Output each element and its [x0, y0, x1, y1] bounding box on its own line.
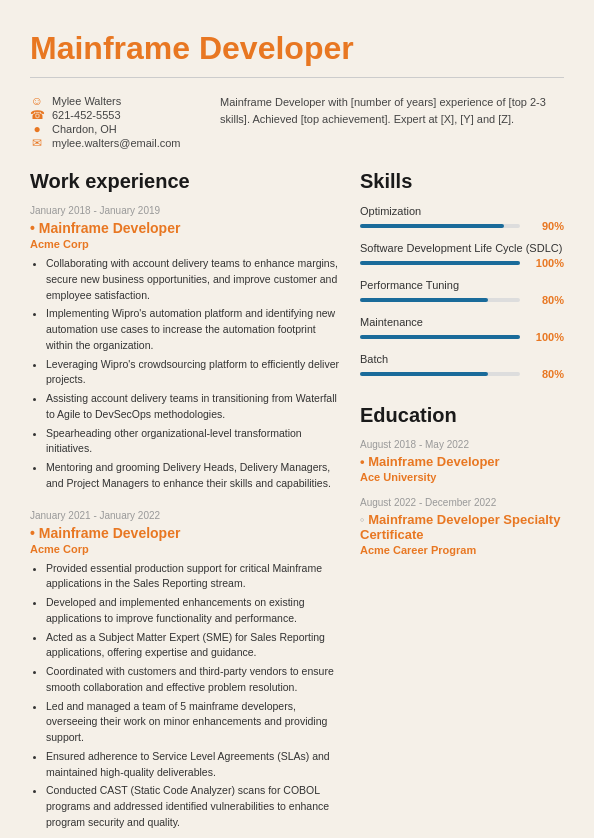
skill-bar-container [360, 298, 520, 302]
job-bullet: Provided essential production support fo… [46, 561, 340, 593]
skill-label: Performance Tuning [360, 279, 564, 291]
job-date: January 2018 - January 2019 [30, 205, 340, 216]
skill-bar-bg [360, 298, 520, 302]
skill-item: Software Development Life Cycle (SDLC)10… [360, 242, 564, 269]
skill-row: 100% [360, 257, 564, 269]
job-entry: January 2021 - January 2022Mainframe Dev… [30, 510, 340, 831]
skill-bar-fill [360, 372, 488, 376]
skill-item: Performance Tuning80% [360, 279, 564, 306]
job-bullet: Led and managed a team of 5 mainframe de… [46, 699, 340, 746]
job-bullet: Spearheading other organizational-level … [46, 426, 340, 458]
skill-bar-fill [360, 335, 520, 339]
skill-bar-bg [360, 335, 520, 339]
email-icon: ✉ [30, 136, 44, 150]
job-bullet: Assisting account delivery teams in tran… [46, 391, 340, 423]
education-section: Education August 2018 - May 2022Mainfram… [360, 404, 564, 556]
education-list: August 2018 - May 2022Mainframe Develope… [360, 439, 564, 556]
job-company: Acme Corp [30, 238, 340, 250]
job-title: Mainframe Developer [30, 525, 340, 541]
main-content: Work experience January 2018 - January 2… [30, 170, 564, 838]
person-icon: ☺ [30, 94, 44, 108]
page-title: Mainframe Developer [30, 30, 564, 67]
skill-bar-container [360, 372, 520, 376]
job-company: Acme Corp [30, 543, 340, 555]
skill-percentage: 90% [528, 220, 564, 232]
skill-bar-bg [360, 261, 520, 265]
skills-title: Skills [360, 170, 564, 193]
education-title-item: Mainframe Developer Specialty Certificat… [360, 512, 564, 542]
job-bullet: Implementing Wipro's automation platform… [46, 306, 340, 353]
job-bullet: Leveraging Wipro's crowdsourcing platfor… [46, 357, 340, 389]
job-date: January 2021 - January 2022 [30, 510, 340, 521]
title-divider [30, 77, 564, 78]
education-entry: August 2018 - May 2022Mainframe Develope… [360, 439, 564, 483]
right-column: Skills Optimization90%Software Developme… [360, 170, 564, 838]
phone-icon: ☎ [30, 108, 44, 122]
job-bullet: Collaborating with account delivery team… [46, 256, 340, 303]
education-date: August 2022 - December 2022 [360, 497, 564, 508]
skill-bar-container [360, 261, 520, 265]
skill-item: Batch80% [360, 353, 564, 380]
education-entry: August 2022 - December 2022Mainframe Dev… [360, 497, 564, 556]
skill-row: 80% [360, 368, 564, 380]
location-icon: ● [30, 122, 44, 136]
skill-label: Maintenance [360, 316, 564, 328]
skill-bar-container [360, 224, 520, 228]
job-bullet: Acted as a Subject Matter Expert (SME) f… [46, 630, 340, 662]
skill-item: Optimization90% [360, 205, 564, 232]
job-bullet: Mentoring and grooming Delivery Heads, D… [46, 460, 340, 492]
skill-label: Batch [360, 353, 564, 365]
skill-bar-fill [360, 298, 488, 302]
education-title-item: Mainframe Developer [360, 454, 564, 469]
skill-label: Software Development Life Cycle (SDLC) [360, 242, 564, 254]
work-experience-title: Work experience [30, 170, 340, 193]
education-institution: Ace University [360, 471, 564, 483]
header-section: ☺ Mylee Walters ☎ 621-452-5553 ● Chardon… [30, 94, 564, 150]
job-title: Mainframe Developer [30, 220, 340, 236]
education-date: August 2018 - May 2022 [360, 439, 564, 450]
job-bullets: Provided essential production support fo… [30, 561, 340, 831]
contact-email: ✉ mylee.walters@email.com [30, 136, 190, 150]
skill-row: 80% [360, 294, 564, 306]
skill-bar-fill [360, 224, 504, 228]
skill-bar-fill [360, 261, 520, 265]
contact-name: ☺ Mylee Walters [30, 94, 190, 108]
job-bullet: Coordinated with customers and third-par… [46, 664, 340, 696]
contact-location: ● Chardon, OH [30, 122, 190, 136]
work-experience-section: Work experience January 2018 - January 2… [30, 170, 340, 838]
skill-label: Optimization [360, 205, 564, 217]
job-entry: January 2018 - January 2019Mainframe Dev… [30, 205, 340, 492]
contact-phone: ☎ 621-452-5553 [30, 108, 190, 122]
job-bullet: Developed and implemented enhancements o… [46, 595, 340, 627]
job-bullets: Collaborating with account delivery team… [30, 256, 340, 492]
skill-percentage: 80% [528, 294, 564, 306]
education-title: Education [360, 404, 564, 427]
summary-text: Mainframe Developer with [number of year… [220, 94, 564, 150]
skill-percentage: 100% [528, 257, 564, 269]
skills-section: Skills Optimization90%Software Developme… [360, 170, 564, 380]
education-institution: Acme Career Program [360, 544, 564, 556]
job-bullet: Ensured adherence to Service Level Agree… [46, 749, 340, 781]
skill-bar-bg [360, 224, 520, 228]
skill-percentage: 80% [528, 368, 564, 380]
job-bullet: Conducted CAST (Static Code Analyzer) sc… [46, 783, 340, 830]
jobs-list: January 2018 - January 2019Mainframe Dev… [30, 205, 340, 838]
skill-bar-container [360, 335, 520, 339]
skill-percentage: 100% [528, 331, 564, 343]
skill-row: 90% [360, 220, 564, 232]
skill-item: Maintenance100% [360, 316, 564, 343]
skills-list: Optimization90%Software Development Life… [360, 205, 564, 380]
contact-section: ☺ Mylee Walters ☎ 621-452-5553 ● Chardon… [30, 94, 190, 150]
skill-bar-bg [360, 372, 520, 376]
skill-row: 100% [360, 331, 564, 343]
